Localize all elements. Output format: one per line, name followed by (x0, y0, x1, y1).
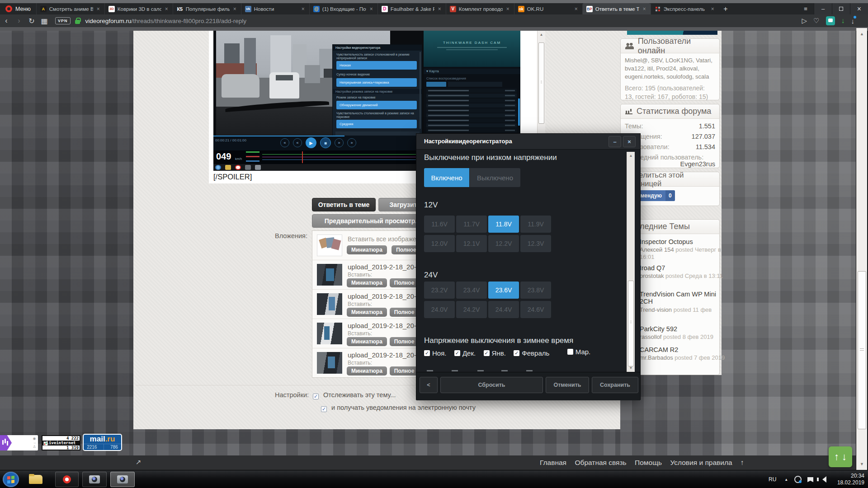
topic-link[interactable]: ParkCity 592 (640, 325, 726, 333)
url-field[interactable]: videoregforum.ru/threads/thinkware-f800p… (85, 18, 246, 24)
voltage-option[interactable]: 24.2V (456, 301, 487, 318)
voltage-option[interactable]: 11.6V (424, 216, 455, 233)
voltage-option[interactable]: 12.1V (456, 235, 487, 252)
page-scrollbar-thumb[interactable] (858, 271, 866, 429)
thumbnail-button[interactable]: Миниатюра (347, 366, 387, 375)
snapshot-icon[interactable] (826, 16, 835, 25)
vpn-badge[interactable]: VPN (55, 17, 71, 24)
taskbar-camera-app-button[interactable] (82, 472, 107, 487)
modal-reset-button[interactable]: Сбросить (440, 377, 543, 393)
keyboard-language[interactable]: RU (769, 476, 776, 483)
tab-close-icon[interactable]: × (642, 6, 647, 12)
explorer-button[interactable] (28, 473, 43, 486)
attachment-thumbnail[interactable] (317, 352, 342, 374)
month-checkbox[interactable]: ✓Янв. (484, 349, 506, 357)
voltage-option[interactable]: 12.0V (424, 235, 455, 252)
modal-back-button[interactable]: < (420, 377, 438, 393)
tray-app-icon[interactable] (794, 476, 802, 483)
tab-active-forum[interactable]: BPОтветить в теме THI× (582, 3, 651, 14)
tab-speed-dial[interactable]: Экспресс-панель× (651, 3, 719, 14)
tab-close-icon[interactable]: × (437, 6, 442, 12)
voltage-option-selected[interactable]: 11.8V (488, 216, 519, 233)
opera-menu-button[interactable]: Меню (0, 3, 36, 14)
extension-download-icon[interactable]: ↓ (841, 17, 845, 25)
topic-link[interactable]: Iroad Q7 (640, 264, 726, 272)
resize-arrow-icon[interactable]: ↗ (136, 458, 142, 466)
tab-close-icon[interactable]: × (96, 6, 101, 12)
attachment-thumbnail[interactable] (317, 323, 342, 344)
tab-kovriki[interactable]: 3DКоврики 3D в салон× (104, 3, 173, 14)
toggle-on-button[interactable]: Включено (424, 168, 469, 187)
email-notify-checkbox[interactable]: ✓ (321, 406, 327, 412)
forward-icon[interactable]: › (13, 17, 25, 25)
voltage-option[interactable]: 11.7V (456, 216, 487, 233)
topic-link[interactable]: Inspector Octopus (640, 238, 726, 245)
scroll-top-icon[interactable]: ↑ (741, 459, 744, 466)
modal-header[interactable]: Настройкивидеорегистратора – × (416, 134, 640, 150)
attachment-thumbnail[interactable] (317, 264, 342, 286)
back-icon[interactable]: ‹ (0, 17, 13, 25)
tab-vk-news[interactable]: vkНовости× (241, 3, 309, 14)
volume-icon[interactable] (819, 476, 826, 483)
tab-k5[interactable]: К5Популярные фильм× (173, 3, 241, 14)
thumbnail-button[interactable]: Миниатюра (347, 337, 387, 346)
reload-icon[interactable]: ↻ (25, 17, 38, 25)
start-button[interactable] (3, 472, 19, 487)
toggle-off-button[interactable]: Выключено (470, 168, 520, 187)
scroll-up-icon[interactable]: ↑ (834, 451, 839, 463)
modal-close-button[interactable]: × (623, 136, 636, 147)
action-center-flag-icon[interactable] (807, 477, 813, 482)
attachment-thumbnail[interactable] (317, 235, 342, 256)
voltage-option[interactable]: 12.3V (520, 235, 551, 252)
modal-minimize-button[interactable]: – (609, 136, 621, 147)
thumbnail-button[interactable]: Миниатюра (347, 278, 387, 287)
modal-cancel-button[interactable]: Отменить (546, 377, 589, 393)
tab-close-icon[interactable]: × (164, 6, 169, 12)
prev-button[interactable]: « (280, 138, 289, 147)
modal-save-button[interactable]: Сохранить (592, 377, 638, 393)
tab-mail-inbox[interactable]: @(1) Входящие - Почт× (309, 3, 377, 14)
voltage-option[interactable]: 23.8V (520, 282, 551, 299)
tab-close-icon[interactable]: × (710, 6, 715, 12)
topic-link[interactable]: TrendVision Cam WP Mini 2CH (640, 291, 726, 305)
thumbnail-button[interactable]: Миниатюра (347, 245, 387, 254)
mailru-badge[interactable]: mail.ru 2216786 (83, 434, 122, 451)
tray-expand-icon[interactable]: ▲ (784, 478, 788, 482)
window-close-button[interactable]: × (850, 3, 868, 14)
voltage-option[interactable]: 12.2V (488, 235, 519, 252)
voltage-option[interactable]: 24.0V (424, 301, 455, 318)
preview-button[interactable]: Предварительный просмотр. (312, 214, 429, 228)
new-tab-button[interactable]: + (719, 3, 732, 14)
footer-link-help[interactable]: Помощь (635, 459, 662, 466)
voltage-option[interactable]: 23.4V (456, 282, 487, 299)
scroll-down-icon[interactable]: ↓ (842, 451, 847, 463)
speed-dial-grid-icon[interactable]: ▦ (38, 17, 51, 25)
voltage-option[interactable]: 24.6V (520, 301, 551, 318)
tab-faulhaber[interactable]: DFaulhaber & Jake Re× (377, 3, 446, 14)
month-checkbox[interactable]: ✓Дек. (454, 349, 476, 357)
watch-topic-checkbox[interactable]: ✓ (313, 394, 319, 399)
tab-provoda[interactable]: VКомплект проводов× (446, 3, 514, 14)
page-scrollbar[interactable]: ▲ ▼ (856, 28, 867, 470)
reply-button[interactable]: Ответить в теме (312, 198, 376, 211)
downloads-icon[interactable]: ↓ (851, 17, 855, 25)
month-checkbox[interactable]: Мар. (567, 348, 591, 356)
liveinternet-badge[interactable]: 4 222 liveinternet 1 319 (42, 435, 80, 450)
stop-button[interactable]: ■ (320, 137, 331, 148)
tab-close-icon[interactable]: × (232, 6, 237, 12)
modal-scrollbar[interactable]: ▲ ▼ (627, 152, 635, 372)
tab-anime[interactable]: AСмотреть аниме Ва× (36, 3, 104, 14)
window-minimize-button[interactable]: – (814, 3, 832, 14)
tab-close-icon[interactable]: × (505, 6, 510, 12)
voltage-option-selected[interactable]: 23.6V (488, 282, 519, 299)
tab-close-icon[interactable]: × (301, 6, 306, 12)
tab-okru[interactable]: okOK.RU× (514, 3, 582, 14)
voltage-option[interactable]: 23.2V (424, 282, 455, 299)
thumbnail-button[interactable]: Миниатюра (347, 308, 387, 317)
bookmark-heart-icon[interactable]: ♡ (813, 17, 819, 25)
taskbar-camera-app2-button[interactable] (110, 472, 135, 487)
tab-menu-icon[interactable]: ≡ (797, 3, 814, 14)
topic-link[interactable]: CARCAM R2 (640, 346, 726, 353)
attachment-thumbnail[interactable] (317, 293, 342, 315)
next-button[interactable]: » (347, 138, 356, 147)
